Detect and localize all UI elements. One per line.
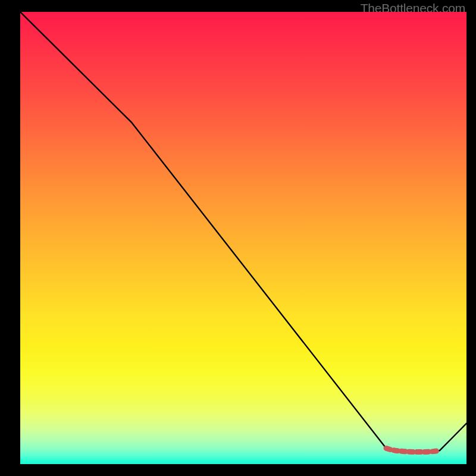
plot-area [20,12,466,464]
highlight-line [386,448,440,452]
chart-overlay [20,12,466,464]
curve-line [20,12,466,452]
chart-frame: TheBottleneck.com [0,0,476,476]
